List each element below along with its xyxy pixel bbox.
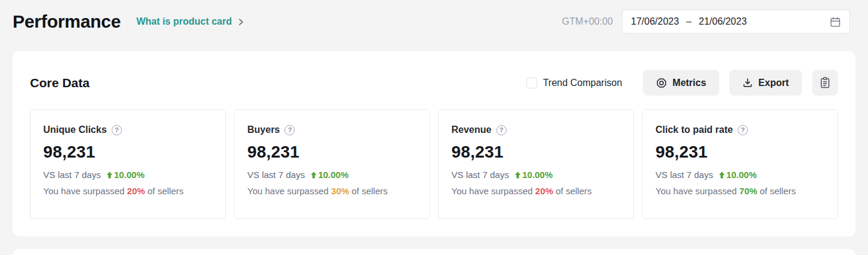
link-label: What is product card: [136, 16, 232, 27]
metric-card-revenue: Revenue ? 98,231 VS last 7 days 10.00% Y…: [438, 109, 634, 219]
metric-cards-row: Unique Clicks ? 98,231 VS last 7 days 10…: [30, 109, 838, 219]
date-end: 21/06/2023: [699, 16, 747, 27]
question-circle-icon[interactable]: ?: [738, 125, 748, 135]
vs-label: VS last 7 days: [247, 170, 305, 180]
metric-value: 98,231: [43, 143, 212, 162]
surpassed-line: You have surpassed 20% of sellers: [451, 186, 621, 196]
trend-comparison-toggle[interactable]: Trend Comparison: [526, 78, 622, 88]
export-button-label: Export: [758, 78, 789, 88]
metric-value: 98,231: [451, 143, 621, 162]
download-icon: [743, 78, 753, 88]
toolbar-actions: Trend Comparison Metrics: [526, 70, 838, 96]
section-title: Core Data: [30, 76, 89, 90]
next-section-panel: [13, 249, 855, 255]
surpassed-line: You have surpassed 70% of sellers: [656, 186, 825, 196]
surpassed-line: You have surpassed 20% of sellers: [43, 186, 212, 196]
settings-nut-icon: [656, 78, 667, 88]
surpassed-percent: 30%: [331, 186, 349, 196]
surpassed-percent: 20%: [535, 186, 553, 196]
what-is-product-card-link[interactable]: What is product card: [136, 16, 245, 27]
surpassed-percent: 70%: [740, 186, 758, 196]
change-value: 10.00%: [106, 170, 145, 180]
export-button[interactable]: Export: [729, 70, 802, 96]
chevron-right-icon: [237, 18, 245, 26]
question-circle-icon[interactable]: ?: [112, 125, 122, 135]
metrics-button[interactable]: Metrics: [643, 70, 719, 96]
metric-value: 98,231: [656, 143, 825, 162]
metric-card-buyers: Buyers ? 98,231 VS last 7 days 10.00% Yo…: [234, 109, 430, 219]
metric-title: Unique Clicks: [43, 124, 107, 135]
change-value: 10.00%: [310, 170, 349, 180]
question-circle-icon[interactable]: ?: [496, 125, 507, 135]
arrow-up-icon: [719, 171, 725, 179]
metric-value: 98,231: [247, 143, 417, 162]
trend-comparison-label: Trend Comparison: [543, 78, 622, 88]
vs-label: VS last 7 days: [43, 170, 101, 180]
page-title: Performance: [13, 11, 121, 32]
date-start: 17/06/2023: [631, 16, 679, 27]
header-right: GTM+00:00 17/06/2023 – 21/06/2023: [562, 10, 850, 34]
vs-label: VS last 7 days: [451, 170, 509, 180]
vs-label: VS last 7 days: [656, 170, 713, 180]
page-header: Performance What is product card GTM+00:…: [0, 0, 868, 34]
metric-title: Revenue: [451, 124, 492, 135]
metric-title: Click to paid rate: [656, 124, 733, 135]
change-value: 10.00%: [719, 170, 757, 180]
metric-title: Buyers: [247, 124, 280, 135]
arrow-up-icon: [514, 171, 521, 179]
date-separator: –: [686, 16, 692, 27]
metric-card-click-to-paid-rate: Click to paid rate ? 98,231 VS last 7 da…: [642, 109, 838, 219]
timezone-label: GTM+00:00: [562, 16, 613, 27]
clipboard-icon: [820, 77, 830, 88]
arrow-up-icon: [106, 171, 113, 179]
change-value: 10.00%: [514, 170, 553, 180]
calendar-icon: [830, 16, 841, 28]
date-range-picker[interactable]: 17/06/2023 – 21/06/2023: [622, 10, 850, 34]
arrow-up-icon: [310, 171, 317, 179]
trend-comparison-checkbox[interactable]: [526, 78, 537, 88]
question-circle-icon[interactable]: ?: [285, 125, 295, 135]
surpassed-percent: 20%: [127, 186, 145, 196]
report-button[interactable]: [812, 70, 838, 96]
metrics-button-label: Metrics: [672, 78, 706, 88]
core-data-panel: Core Data Trend Comparison Metrics: [13, 51, 855, 236]
metric-card-unique-clicks: Unique Clicks ? 98,231 VS last 7 days 10…: [30, 109, 226, 219]
surpassed-line: You have surpassed 30% of sellers: [247, 186, 417, 196]
core-data-toolbar: Core Data Trend Comparison Metrics: [30, 70, 838, 96]
